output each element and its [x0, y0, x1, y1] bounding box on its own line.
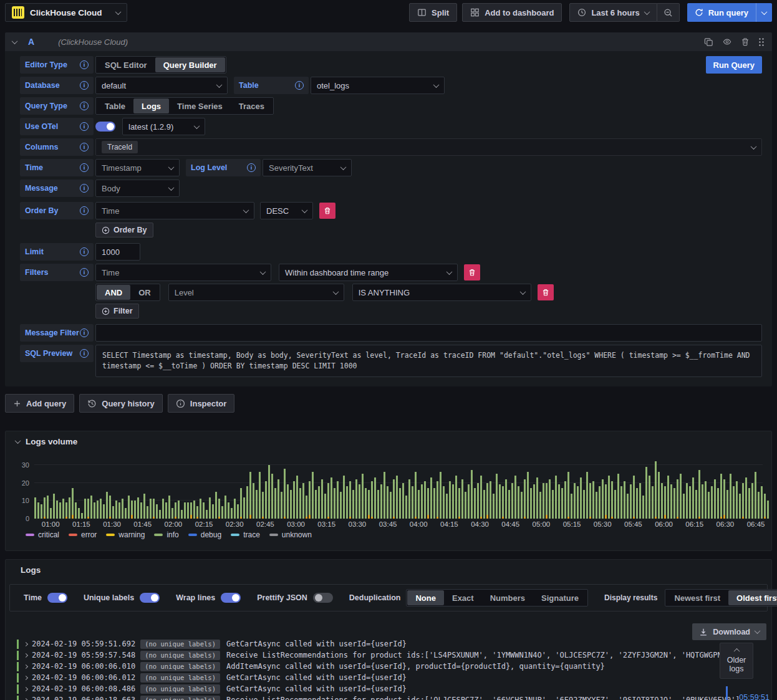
- add-order-by-button[interactable]: Order By: [95, 223, 153, 237]
- column-chip[interactable]: TraceId: [102, 141, 138, 153]
- datasource-picker[interactable]: ClickHouse Cloud: [5, 3, 127, 22]
- order-by-direction-select[interactable]: DESC: [260, 202, 313, 219]
- editor-type-option-sql-editor[interactable]: SQL Editor: [97, 57, 155, 72]
- info-icon[interactable]: [80, 206, 89, 215]
- expand-row-icon[interactable]: [24, 653, 28, 657]
- duplicate-icon[interactable]: [704, 37, 713, 47]
- columns-multiselect[interactable]: TraceId: [95, 138, 762, 156]
- dedup-option-numbers[interactable]: Numbers: [482, 590, 533, 605]
- split-button[interactable]: Split: [409, 3, 457, 22]
- dedup-option-signature[interactable]: Signature: [533, 590, 587, 605]
- time-column-select[interactable]: Timestamp: [95, 159, 180, 176]
- filter-condition-field-select[interactable]: Level: [168, 284, 344, 301]
- unique-labels-toggle[interactable]: [140, 593, 160, 603]
- legend-item-warning[interactable]: warning: [106, 530, 145, 539]
- run-query-editor-button[interactable]: Run Query: [706, 56, 762, 74]
- log-navigation-position-bar[interactable]: [726, 686, 728, 700]
- info-icon[interactable]: [80, 102, 89, 110]
- remove-order-by-button[interactable]: [319, 203, 335, 219]
- log-level-column-select[interactable]: SeverityText: [263, 159, 352, 176]
- log-row[interactable]: 2024-02-19 06:00:06.010(no unique labels…: [17, 661, 771, 672]
- info-icon[interactable]: [80, 184, 89, 193]
- remove-filter-button[interactable]: [464, 264, 480, 280]
- older-logs-button[interactable]: Older logs: [720, 643, 753, 679]
- message-column-select[interactable]: Body: [95, 180, 180, 197]
- query-type-option-logs[interactable]: Logs: [133, 98, 169, 113]
- display-option-oldest-first[interactable]: Oldest first: [728, 590, 777, 605]
- display-option-newest-first[interactable]: Newest first: [666, 590, 728, 605]
- add-to-dashboard-button[interactable]: Add to dashboard: [462, 3, 562, 22]
- expand-row-icon[interactable]: [24, 641, 28, 646]
- info-icon[interactable]: [80, 163, 89, 172]
- prettify-json-toggle[interactable]: [313, 593, 333, 603]
- database-select[interactable]: default: [95, 77, 228, 94]
- expand-row-icon[interactable]: [24, 675, 28, 679]
- trash-icon[interactable]: [741, 37, 750, 46]
- drag-handle-icon[interactable]: [758, 37, 765, 46]
- log-row[interactable]: 2024-02-19 06:00:08.486(no unique labels…: [17, 683, 771, 694]
- editor-type-option-query-builder[interactable]: Query Builder: [155, 57, 225, 72]
- legend-item-unknown[interactable]: unknown: [269, 530, 312, 539]
- table-select[interactable]: otel_logs: [311, 77, 445, 94]
- info-icon[interactable]: [80, 122, 89, 131]
- filter-field-select[interactable]: Time: [95, 264, 271, 281]
- add-query-button[interactable]: Add query: [5, 394, 74, 413]
- zoom-out-button[interactable]: [657, 3, 680, 22]
- log-row[interactable]: 2024-02-19 06:00:18.663(no unique labels…: [17, 694, 771, 700]
- filter-join-and[interactable]: AND: [97, 285, 130, 300]
- message-filter-input[interactable]: [95, 324, 762, 342]
- query-type-option-traces[interactable]: Traces: [231, 98, 273, 113]
- order-by-field-select[interactable]: Time: [95, 202, 254, 219]
- info-icon[interactable]: [80, 81, 89, 90]
- info-icon[interactable]: [80, 328, 89, 337]
- wrap-lines-toggle[interactable]: [221, 593, 241, 603]
- collapse-chevron-icon[interactable]: [15, 438, 21, 444]
- remove-condition-button[interactable]: [538, 284, 554, 300]
- use-otel-toggle[interactable]: [95, 122, 115, 132]
- legend-item-trace[interactable]: trace: [231, 530, 260, 539]
- filter-join-or[interactable]: OR: [130, 285, 159, 300]
- run-query-dropdown-button[interactable]: [756, 3, 772, 22]
- log-row[interactable]: 2024-02-19 05:59:57.548(no unique labels…: [17, 650, 771, 661]
- log-row[interactable]: 2024-02-19 05:59:51.692(no unique labels…: [17, 638, 771, 650]
- collapse-chevron-icon[interactable]: [12, 38, 18, 44]
- info-icon[interactable]: [80, 268, 89, 277]
- time-range-button[interactable]: Last 6 hours: [569, 3, 657, 22]
- run-query-button[interactable]: Run query: [687, 3, 756, 22]
- dedup-option-none[interactable]: None: [407, 590, 444, 605]
- logs-volume-header[interactable]: Logs volume: [6, 431, 771, 446]
- dedup-option-exact[interactable]: Exact: [444, 590, 482, 605]
- expand-row-icon[interactable]: [24, 698, 28, 700]
- legend-item-debug[interactable]: debug: [188, 530, 221, 539]
- time-toggle[interactable]: [47, 593, 67, 603]
- eye-icon[interactable]: [722, 37, 732, 46]
- inspector-button[interactable]: Inspector: [168, 394, 235, 413]
- info-icon[interactable]: [247, 163, 256, 172]
- download-button[interactable]: Download: [692, 623, 766, 640]
- info-icon[interactable]: [80, 247, 89, 256]
- info-icon[interactable]: [80, 60, 89, 69]
- field-label-columns: Columns: [20, 138, 94, 156]
- info-icon[interactable]: [295, 81, 304, 90]
- log-labels-badge: (no unique labels): [140, 673, 220, 683]
- expand-row-icon[interactable]: [24, 686, 28, 691]
- expand-row-icon[interactable]: [24, 664, 28, 668]
- filter-condition-operator-select[interactable]: IS ANYTHING: [352, 284, 531, 301]
- query-type-option-table[interactable]: Table: [97, 98, 133, 113]
- chart-plot-area[interactable]: [34, 461, 763, 519]
- limit-input[interactable]: 1000: [95, 243, 140, 261]
- info-icon[interactable]: [80, 143, 89, 151]
- add-filter-button[interactable]: Filter: [95, 304, 139, 319]
- query-header[interactable]: A (ClickHouse Cloud): [5, 32, 772, 51]
- info-icon[interactable]: [80, 349, 89, 358]
- legend-item-critical[interactable]: critical: [26, 530, 59, 539]
- legend-item-info[interactable]: info: [154, 530, 178, 539]
- message-column-value: Body: [102, 184, 120, 193]
- filter-operator-select[interactable]: Within dashboard time range: [279, 264, 458, 281]
- query-history-button[interactable]: Query history: [79, 394, 163, 413]
- otel-version-select[interactable]: latest (1.2.9): [122, 118, 205, 135]
- sql-preview-text[interactable]: SELECT Timestamp as timestamp, Body as b…: [95, 345, 762, 377]
- log-row[interactable]: 2024-02-19 06:00:06.012(no unique labels…: [17, 672, 771, 683]
- legend-item-error[interactable]: error: [69, 530, 97, 539]
- query-type-option-time-series[interactable]: Time Series: [169, 98, 231, 113]
